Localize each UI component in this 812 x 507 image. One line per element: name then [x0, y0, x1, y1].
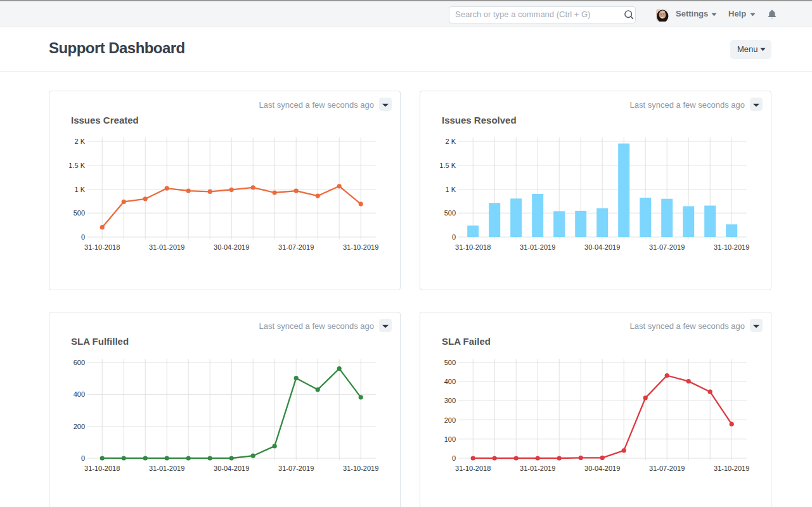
svg-text:31-10-2019: 31-10-2019: [714, 243, 749, 251]
svg-text:Issues Created: Issues Created: [71, 115, 139, 125]
svg-text:31-01-2019: 31-01-2019: [520, 243, 555, 251]
svg-text:0: 0: [81, 233, 85, 241]
svg-text:SLA Failed: SLA Failed: [442, 336, 491, 347]
svg-text:1.5 K: 1.5 K: [68, 161, 85, 169]
svg-text:31-07-2019: 31-07-2019: [278, 243, 314, 251]
svg-text:31-10-2019: 31-10-2019: [343, 465, 378, 472]
svg-text:2 K: 2 K: [74, 138, 85, 145]
svg-text:31-01-2019: 31-01-2019: [149, 465, 184, 472]
svg-text:SLA Fulfilled: SLA Fulfilled: [71, 336, 129, 347]
svg-text:400: 400: [74, 390, 85, 398]
svg-text:Last synced a few seconds ago: Last synced a few seconds ago: [259, 99, 374, 109]
svg-text:200: 200: [74, 422, 85, 430]
svg-text:31-07-2019: 31-07-2019: [278, 465, 314, 472]
svg-text:Last synced a few seconds ago: Last synced a few seconds ago: [630, 99, 745, 109]
svg-text:400: 400: [444, 378, 456, 385]
svg-text:31-07-2019: 31-07-2019: [649, 465, 685, 472]
svg-text:600: 600: [74, 359, 85, 366]
svg-text:30-04-2019: 30-04-2019: [214, 243, 249, 251]
svg-text:31-10-2019: 31-10-2019: [343, 243, 378, 251]
svg-text:1 K: 1 K: [445, 185, 456, 193]
svg-text:30-04-2019: 30-04-2019: [214, 465, 249, 472]
svg-text:500: 500: [74, 209, 85, 217]
svg-text:31-01-2019: 31-01-2019: [149, 243, 184, 251]
svg-text:31-10-2018: 31-10-2018: [84, 243, 120, 251]
svg-text:0: 0: [81, 454, 85, 462]
svg-text:31-07-2019: 31-07-2019: [649, 243, 685, 251]
svg-text:1.5 K: 1.5 K: [439, 161, 456, 169]
svg-text:0: 0: [452, 454, 456, 462]
svg-text:31-10-2018: 31-10-2018: [455, 465, 491, 472]
svg-text:500: 500: [444, 209, 456, 217]
svg-text:300: 300: [444, 397, 456, 404]
svg-text:200: 200: [444, 416, 456, 423]
svg-text:30-04-2019: 30-04-2019: [584, 465, 620, 472]
svg-text:31-10-2018: 31-10-2018: [84, 465, 120, 472]
svg-text:31-01-2019: 31-01-2019: [520, 465, 555, 472]
svg-text:Last synced a few seconds ago: Last synced a few seconds ago: [259, 321, 374, 330]
svg-text:500: 500: [444, 359, 456, 366]
svg-text:31-10-2018: 31-10-2018: [455, 243, 491, 251]
svg-text:Last synced a few seconds ago: Last synced a few seconds ago: [630, 321, 745, 330]
svg-text:31-10-2019: 31-10-2019: [714, 465, 749, 472]
svg-text:1 K: 1 K: [74, 185, 85, 193]
svg-text:2 K: 2 K: [445, 138, 456, 145]
svg-text:0: 0: [452, 233, 456, 241]
svg-text:100: 100: [444, 435, 456, 442]
svg-text:30-04-2019: 30-04-2019: [584, 243, 620, 251]
svg-text:Issues Resolved: Issues Resolved: [442, 115, 517, 125]
